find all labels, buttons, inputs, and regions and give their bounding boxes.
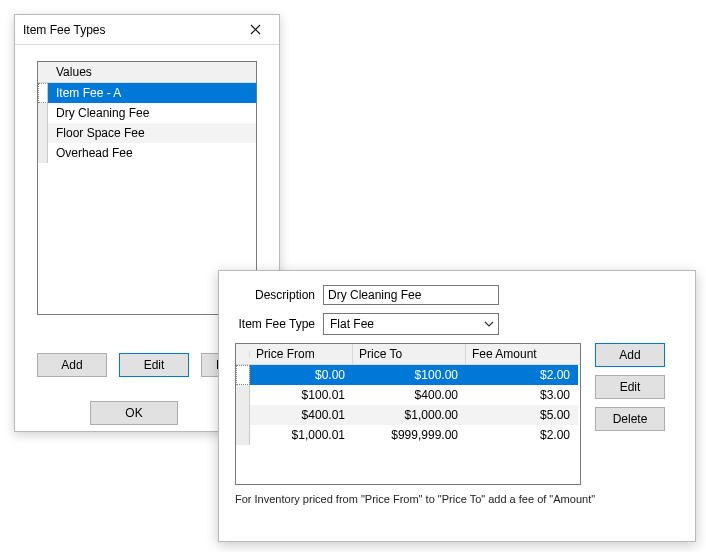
tier-edit-button[interactable]: Edit — [595, 375, 665, 399]
cell-price-from: $400.01 — [250, 405, 353, 425]
type-label: Item Fee Type — [235, 317, 323, 331]
list-item[interactable]: Overhead Fee — [38, 143, 256, 163]
cell-price-to: $999,999.00 — [353, 425, 466, 445]
tier-delete-button[interactable]: Delete — [595, 407, 665, 431]
list-item-label: Floor Space Fee — [56, 126, 145, 140]
cell-price-to: $100.00 — [353, 365, 466, 385]
row-handle — [236, 365, 250, 385]
cell-price-from: $1,000.01 — [250, 425, 353, 445]
cell-price-to: $1,000.00 — [353, 405, 466, 425]
grid-buttons: Add Edit Delete — [595, 343, 665, 485]
row-handle — [236, 385, 250, 405]
cell-fee-amount: $3.00 — [466, 385, 578, 405]
grid-row[interactable]: $0.00 $100.00 $2.00 — [236, 365, 580, 385]
cell-price-from: $100.01 — [250, 385, 353, 405]
list-item[interactable]: Dry Cleaning Fee — [38, 103, 256, 123]
type-row: Item Fee Type Flat Fee — [235, 313, 679, 335]
list-header: Values — [38, 62, 256, 83]
description-row: Description — [235, 285, 679, 305]
list-item-label: Overhead Fee — [56, 146, 133, 160]
list-item-label: Dry Cleaning Fee — [56, 106, 149, 120]
description-label: Description — [235, 288, 323, 302]
list-item[interactable]: Item Fee - A — [38, 83, 256, 103]
chevron-down-icon — [484, 321, 494, 327]
grid-row[interactable]: $100.01 $400.00 $3.00 — [236, 385, 580, 405]
row-handle — [38, 83, 48, 103]
row-handle — [236, 405, 250, 425]
window-title: Item Fee Types — [23, 23, 105, 37]
grid-row[interactable]: $1,000.01 $999,999.00 $2.00 — [236, 425, 580, 445]
list-item-label: Item Fee - A — [56, 86, 121, 100]
ok-button[interactable]: OK — [90, 401, 178, 425]
col-fee-amount: Fee Amount — [466, 344, 578, 364]
titlebar: Item Fee Types — [15, 15, 279, 45]
combo-value: Flat Fee — [330, 317, 374, 331]
row-handle — [38, 103, 48, 123]
description-field[interactable] — [323, 285, 499, 305]
list-item[interactable]: Floor Space Fee — [38, 123, 256, 143]
cell-price-to: $400.00 — [353, 385, 466, 405]
price-tier-grid[interactable]: Price From Price To Fee Amount $0.00 $10… — [235, 343, 581, 485]
close-icon[interactable] — [241, 19, 269, 41]
cell-fee-amount: $2.00 — [466, 425, 578, 445]
cell-price-from: $0.00 — [250, 365, 353, 385]
item-fee-type-combo[interactable]: Flat Fee — [323, 313, 499, 335]
row-handle — [38, 143, 48, 163]
add-button[interactable]: Add — [37, 353, 107, 377]
row-handle-header — [236, 351, 250, 357]
grid-row[interactable]: $400.01 $1,000.00 $5.00 — [236, 405, 580, 425]
tier-add-button[interactable]: Add — [595, 343, 665, 367]
row-handle — [236, 425, 250, 445]
hint-text: For Inventory priced from "Price From" t… — [235, 493, 679, 505]
cell-fee-amount: $5.00 — [466, 405, 578, 425]
grid-header: Price From Price To Fee Amount — [236, 344, 580, 365]
row-handle — [38, 123, 48, 143]
cell-fee-amount: $2.00 — [466, 365, 578, 385]
fee-detail-dialog: Description Item Fee Type Flat Fee Price… — [218, 270, 696, 542]
col-price-to: Price To — [353, 344, 466, 364]
col-price-from: Price From — [250, 344, 353, 364]
edit-button[interactable]: Edit — [119, 353, 189, 377]
